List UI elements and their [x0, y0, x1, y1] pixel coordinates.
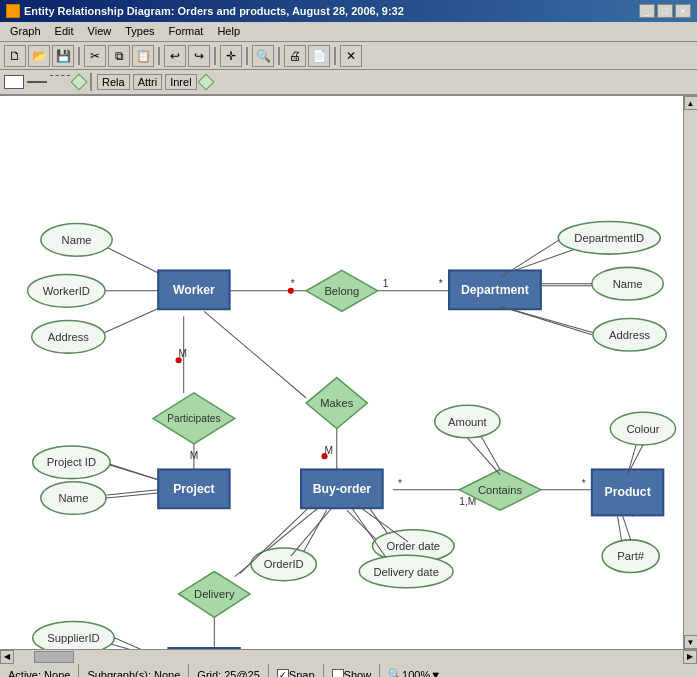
hscroll-track[interactable]	[14, 650, 683, 664]
status-show[interactable]: Show	[324, 664, 381, 677]
svg-text:Name: Name	[62, 234, 92, 246]
svg-line-83	[352, 508, 386, 557]
sep7	[90, 73, 92, 91]
shape-rect[interactable]	[4, 75, 24, 89]
canvas[interactable]: M * 1 * M M M * 1,M * 1 M Worker Departm…	[0, 96, 697, 649]
sep5	[278, 47, 280, 65]
scroll-up-button[interactable]: ▲	[684, 96, 698, 110]
delete-button[interactable]: ✕	[340, 45, 362, 67]
print-button[interactable]: 🖨	[284, 45, 306, 67]
minimize-button[interactable]: _	[639, 4, 655, 18]
menu-edit[interactable]: Edit	[49, 24, 80, 39]
paste-button[interactable]: 📋	[132, 45, 154, 67]
sep1	[78, 47, 80, 65]
cut-button[interactable]: ✂	[84, 45, 106, 67]
scroll-track[interactable]	[684, 110, 698, 635]
svg-line-71	[110, 464, 158, 479]
svg-text:Worker: Worker	[173, 283, 215, 297]
svg-line-2	[102, 245, 163, 276]
shape-dashed[interactable]	[50, 75, 70, 89]
svg-text:Part#: Part#	[617, 550, 645, 562]
redo-button[interactable]: ↪	[188, 45, 210, 67]
svg-line-75	[500, 306, 592, 335]
export-button[interactable]: 📄	[308, 45, 330, 67]
close-button[interactable]: ×	[675, 4, 691, 18]
svg-text:Product: Product	[604, 485, 650, 499]
horizontal-scrollbar[interactable]: ◀ ▶	[0, 649, 697, 663]
svg-line-20	[301, 510, 327, 556]
scroll-right-button[interactable]: ▶	[683, 650, 697, 664]
svg-line-16	[480, 434, 500, 470]
copy-button[interactable]: ⧉	[108, 45, 130, 67]
svg-text:Name: Name	[59, 492, 89, 504]
rela-button[interactable]: Rela	[97, 74, 130, 90]
shape-diamond[interactable]	[71, 74, 88, 91]
svg-line-4	[102, 306, 163, 334]
show-checkbox[interactable]	[332, 669, 344, 678]
shape-diamond2[interactable]	[197, 74, 214, 91]
shape-line[interactable]	[27, 81, 47, 83]
maximize-button[interactable]: □	[657, 4, 673, 18]
menu-types[interactable]: Types	[119, 24, 160, 39]
status-bar: Active: None Subgraph(s): None Grid: 25@…	[0, 663, 697, 677]
menu-bar: Graph Edit View Types Format Help	[0, 22, 697, 42]
svg-line-77	[623, 515, 631, 539]
svg-text:Name: Name	[613, 278, 643, 290]
status-snap[interactable]: Snap	[269, 664, 324, 677]
svg-point-40	[321, 453, 327, 459]
svg-text:Order date: Order date	[386, 540, 440, 552]
new-button[interactable]: 🗋	[4, 45, 26, 67]
undo-button[interactable]: ↩	[164, 45, 186, 67]
scroll-left-button[interactable]: ◀	[0, 650, 14, 664]
save-button[interactable]: 💾	[52, 45, 74, 67]
svg-text:SupplierID: SupplierID	[47, 632, 99, 644]
status-active: Active: None	[0, 664, 79, 677]
svg-text:Department: Department	[461, 283, 529, 297]
open-button[interactable]: 📂	[28, 45, 50, 67]
snap-checkbox[interactable]	[277, 669, 289, 678]
attri-button[interactable]: Attri	[133, 74, 163, 90]
svg-line-82	[291, 508, 332, 556]
status-grid: Grid: 25@25	[189, 664, 269, 677]
svg-text:Delivery date: Delivery date	[373, 566, 438, 578]
svg-text:*: *	[291, 278, 295, 289]
menu-graph[interactable]: Graph	[4, 24, 47, 39]
sep6	[334, 47, 336, 65]
title-bar: Entity Relationship Diagram: Orders and …	[0, 0, 697, 22]
move-button[interactable]: ✛	[220, 45, 242, 67]
status-zoom: 🔍 100% ▼	[380, 664, 449, 677]
hscroll-thumb[interactable]	[34, 651, 74, 663]
menu-view[interactable]: View	[82, 24, 118, 39]
sep4	[246, 47, 248, 65]
svg-text:Address: Address	[48, 331, 90, 343]
svg-text:*: *	[439, 278, 443, 289]
menu-help[interactable]: Help	[211, 24, 246, 39]
toolbar-main: 🗋 📂 💾 ✂ ⧉ 📋 ↩ ↪ ✛ 🔍 🖨 📄 ✕	[0, 42, 697, 70]
svg-text:Delivery: Delivery	[194, 588, 235, 600]
svg-point-38	[288, 288, 294, 294]
inrel-button[interactable]: Inrel	[165, 74, 196, 90]
svg-text:Belong: Belong	[324, 285, 359, 297]
svg-text:Colour: Colour	[626, 423, 659, 435]
window-title: Entity Relationship Diagram: Orders and …	[24, 5, 404, 17]
toolbar-shapes: Rela Attri Inrel	[0, 70, 697, 96]
svg-text:Project ID: Project ID	[47, 456, 96, 468]
zoom-dropdown[interactable]: ▼	[430, 669, 441, 678]
zoom-button[interactable]: 🔍	[252, 45, 274, 67]
vertical-scrollbar[interactable]: ▲ ▼	[683, 96, 697, 649]
svg-text:OrderID: OrderID	[264, 558, 304, 570]
menu-format[interactable]: Format	[163, 24, 210, 39]
scroll-down-button[interactable]: ▼	[684, 635, 698, 649]
svg-text:Project: Project	[173, 482, 214, 496]
svg-text:M: M	[190, 450, 199, 461]
svg-point-39	[176, 357, 182, 363]
erd-diagram: M * 1 * M M M * 1,M * 1 M Worker Departm…	[0, 96, 697, 649]
svg-line-12	[204, 311, 306, 398]
svg-line-78	[467, 438, 500, 475]
app-icon	[6, 4, 20, 18]
svg-line-11	[107, 490, 158, 495]
svg-text:DepartmentID: DepartmentID	[574, 232, 644, 244]
svg-text:WorkerID: WorkerID	[43, 285, 90, 297]
svg-text:Address: Address	[609, 329, 651, 341]
svg-text:*: *	[398, 478, 402, 489]
